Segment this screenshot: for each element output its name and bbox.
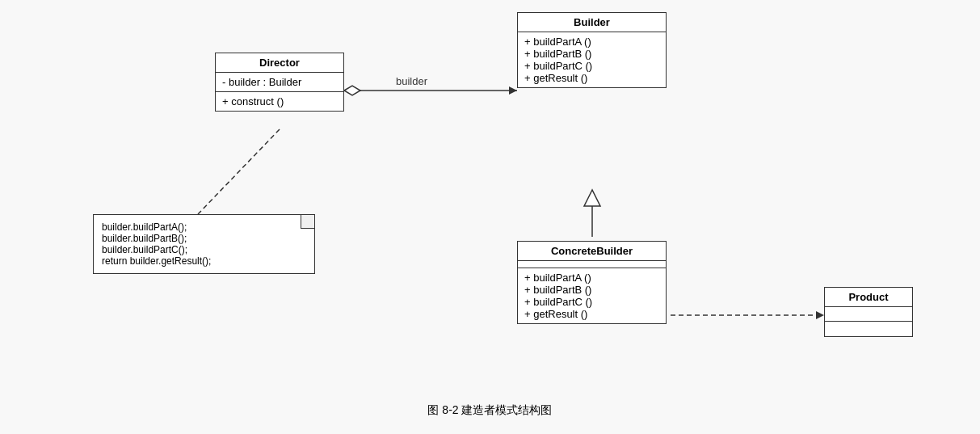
product-class: Product xyxy=(824,287,913,337)
director-class: Director - builder : Builder + construct… xyxy=(215,53,344,112)
product-section2 xyxy=(825,322,912,336)
svg-marker-3 xyxy=(344,86,360,95)
svg-marker-8 xyxy=(816,311,824,319)
concrete-builder-class: ConcreteBuilder + buildPartA () + buildP… xyxy=(517,241,667,324)
note-line-4: return builder.getResult(); xyxy=(102,255,298,267)
builder-methods: + buildPartA () + buildPartB () + buildP… xyxy=(518,32,666,87)
director-attributes: - builder : Builder xyxy=(216,73,343,92)
concrete-builder-class-name: ConcreteBuilder xyxy=(518,242,666,261)
svg-marker-6 xyxy=(584,190,600,206)
director-class-name: Director xyxy=(216,53,343,73)
concrete-builder-empty-section xyxy=(518,261,666,268)
note-box: builder.buildPartA(); builder.buildPartB… xyxy=(93,214,315,274)
note-line-2: builder.buildPartB(); xyxy=(102,233,298,244)
concrete-builder-methods: + buildPartA () + buildPartB () + buildP… xyxy=(518,268,666,323)
svg-marker-2 xyxy=(509,86,517,95)
note-line-1: builder.buildPartA(); xyxy=(102,221,298,233)
svg-text:builder: builder xyxy=(396,75,428,87)
diagram-container: builder Director - builder : Builder + c… xyxy=(0,0,980,434)
builder-class-name: Builder xyxy=(518,13,666,32)
note-line-3: builder.buildPartC(); xyxy=(102,244,298,255)
svg-line-9 xyxy=(198,129,280,214)
director-methods: + construct () xyxy=(216,92,343,111)
product-class-name: Product xyxy=(825,288,912,307)
product-section1 xyxy=(825,307,912,322)
builder-class: Builder + buildPartA () + buildPartB () … xyxy=(517,12,667,88)
diagram-caption: 图 8-2 建造者模式结构图 xyxy=(0,403,980,418)
